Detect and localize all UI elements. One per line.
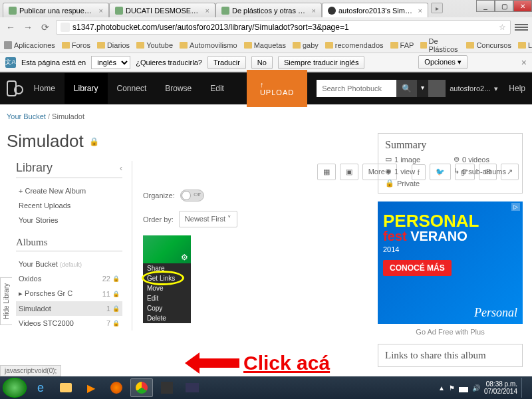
taskbar-ie-icon[interactable]: e (29, 378, 52, 397)
translate-no-button[interactable]: No (251, 56, 273, 69)
sidebar-albums-title: Albums (16, 237, 122, 251)
taskbar-app-icon[interactable] (156, 378, 178, 397)
tab-close-icon[interactable]: × (418, 7, 422, 15)
forward-button[interactable]: → (21, 21, 35, 34)
bookmark-label: Concursos (476, 41, 511, 49)
gear-icon[interactable]: ⚙ (181, 253, 188, 262)
album-item[interactable]: Videos STC20007🔒 (16, 316, 122, 331)
bookmark-star-icon[interactable]: ☆ (499, 23, 506, 32)
adchoices-icon[interactable]: ▷ (511, 203, 520, 211)
sidebar-title-text: Library (16, 161, 53, 175)
translate-always-button[interactable]: Siempre traducir inglés (278, 56, 365, 69)
taskbar: e ▶ ▲ ⚑ 🔊 08:38 p.m. 07/02/2014 (0, 376, 532, 399)
bookmark-folder[interactable]: recomendados (325, 41, 384, 49)
show-desktop-button[interactable] (521, 378, 527, 398)
advertisement[interactable]: ▷ PERSONAL fest VERANO 2014 CONOCÉ MÁS P… (378, 201, 523, 324)
bookmark-folder[interactable]: Maquetas (244, 41, 286, 49)
album-item-selected[interactable]: Simuladot1🔒 (16, 301, 122, 316)
album-item[interactable]: ▸ Porsches Gr C11🔒 (16, 286, 122, 301)
bookmark-folder[interactable]: Libros (518, 41, 532, 49)
search-button[interactable]: 🔍 (396, 80, 417, 97)
bookmark-folder[interactable]: Automovilismo (180, 41, 237, 49)
menu-edit[interactable]: Edit (143, 293, 191, 303)
menu-share[interactable]: Share (143, 263, 191, 273)
user-menu[interactable]: autosforo2... ▾ (428, 80, 498, 97)
translate-button[interactable]: Traducir (207, 56, 246, 69)
nav-connect[interactable]: Connect (108, 73, 156, 104)
address-bar[interactable]: s1347.photobucket.com/user/autosforo2013… (56, 20, 511, 35)
browser-tab[interactable]: Publicar una respuesta× (3, 3, 109, 17)
menu-move[interactable]: Move (143, 283, 191, 293)
taskbar-chrome-icon[interactable] (130, 378, 153, 397)
translate-lang-select[interactable]: inglés (91, 56, 130, 69)
bookmark-folder[interactable]: Foros (62, 41, 90, 49)
taskbar-app-icon[interactable] (181, 378, 203, 397)
view-slideshow-button[interactable]: ▣ (340, 164, 358, 180)
bookmark-folder[interactable]: gaby (293, 41, 319, 49)
bookmark-folder[interactable]: Youtube (136, 41, 173, 49)
bookmark-label: Diarios (107, 41, 130, 49)
help-link[interactable]: Help (509, 84, 525, 93)
bookmark-label: Maquetas (254, 41, 286, 49)
orderby-select[interactable]: Newest First ˅ (179, 211, 237, 227)
bookmark-folder[interactable]: De Plásticos (420, 37, 460, 53)
bookmark-folder[interactable]: Concursos (466, 41, 511, 49)
create-album-link[interactable]: + Create New Album (16, 184, 122, 198)
menu-get-links[interactable]: Get Links (143, 273, 191, 283)
taskbar-wmp-icon[interactable]: ▶ (80, 378, 102, 397)
ad-subhead: fest VERANO (383, 229, 517, 244)
close-window-button[interactable]: ✕ (513, 0, 532, 12)
menu-delete[interactable]: Delete (143, 313, 191, 323)
bookmark-apps[interactable]: Aplicaciones (4, 41, 55, 49)
video-icon: ⊚ (454, 155, 460, 164)
photobucket-logo[interactable] (7, 80, 17, 96)
reload-button[interactable]: ⟳ (39, 21, 52, 34)
tab-close-icon[interactable]: × (99, 7, 103, 15)
browser-tab[interactable]: De plásticos y otras yerbas× (215, 3, 322, 17)
media-thumbnail[interactable]: ⚙ Share Get Links Move Edit Copy Delete (143, 235, 191, 314)
tray-volume-icon[interactable]: 🔊 (472, 384, 480, 392)
album-item[interactable]: Your Bucket (default) (16, 257, 122, 271)
tab-close-icon[interactable]: × (205, 7, 209, 15)
new-tab-button[interactable]: ▸ (431, 3, 443, 13)
nav-browse[interactable]: Browse (156, 73, 201, 104)
menu-copy[interactable]: Copy (143, 303, 191, 313)
start-button[interactable] (3, 378, 27, 398)
tab-close-icon[interactable]: × (312, 7, 316, 15)
chrome-menu-button[interactable] (515, 21, 528, 34)
search-dropdown[interactable]: ▾ (417, 80, 428, 97)
taskbar-clock[interactable]: 08:38 p.m. 07/02/2014 (484, 380, 517, 395)
upload-button[interactable]: ↑ UPLOAD (247, 70, 307, 107)
bookmark-folder[interactable]: Diarios (97, 41, 130, 49)
recent-uploads-link[interactable]: Recent Uploads (16, 198, 122, 213)
album-item[interactable]: Oxidos22🔒 (16, 271, 122, 286)
bookmark-folder[interactable]: FAP (390, 41, 414, 49)
taskbar-explorer-icon[interactable] (55, 378, 77, 397)
your-stories-link[interactable]: Your Stories (16, 213, 122, 227)
tray-show-hidden-icon[interactable]: ▲ (438, 384, 445, 392)
tray-network-icon[interactable] (459, 383, 468, 392)
minimize-button[interactable]: _ (476, 0, 495, 12)
hide-library-tab[interactable]: Hide Library (0, 277, 12, 325)
browser-tab-active[interactable]: autosforo2013's Simulado× (322, 3, 428, 17)
collapse-arrow-icon[interactable]: ‹ (120, 164, 122, 173)
search-input[interactable] (317, 80, 396, 97)
view-grid-button[interactable]: ▦ (317, 164, 336, 180)
breadcrumb-root[interactable]: Your Bucket (7, 112, 46, 120)
taskbar-firefox-icon[interactable] (105, 378, 128, 397)
browser-tab[interactable]: DUCATI DESMOSEDICI GP× (109, 3, 215, 17)
maximize-button[interactable]: ▢ (495, 0, 513, 12)
folder-icon (325, 42, 333, 49)
chevron-down-icon: ▾ (494, 84, 498, 93)
tray-flag-icon[interactable]: ⚑ (449, 384, 455, 392)
nav-library[interactable]: Library (65, 73, 108, 104)
ad-cta-button[interactable]: CONOCÉ MÁS (383, 260, 452, 276)
nav-home[interactable]: Home (25, 73, 65, 104)
translate-options-button[interactable]: Opciones ▾ (418, 55, 467, 69)
translate-close-icon[interactable]: × (521, 57, 527, 68)
go-adfree-link[interactable]: Go Ad Free with Plus (378, 328, 523, 336)
bookmarks-bar: Aplicaciones Foros Diarios Youtube Autom… (0, 37, 532, 53)
nav-edit[interactable]: Edit (201, 73, 233, 104)
back-button[interactable]: ← (4, 21, 17, 34)
organize-toggle[interactable]: Off (180, 190, 204, 201)
